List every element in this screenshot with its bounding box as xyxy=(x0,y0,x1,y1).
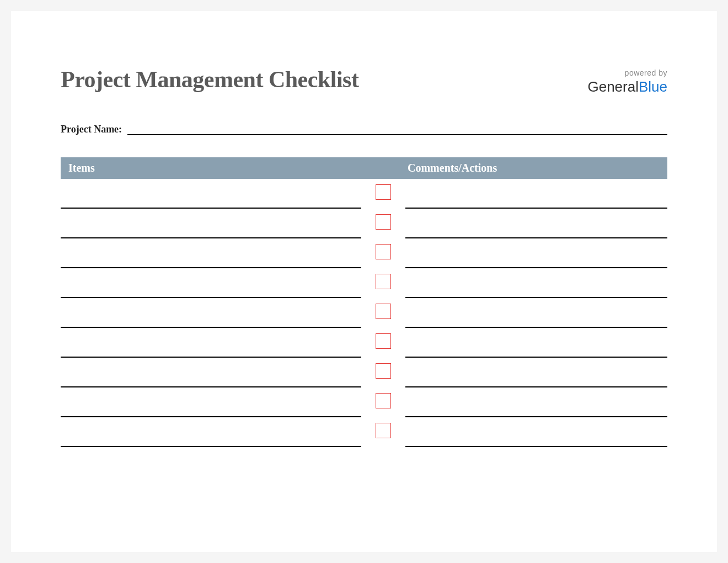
checkbox[interactable] xyxy=(376,274,391,289)
checkbox[interactable] xyxy=(376,393,391,408)
item-input-line[interactable] xyxy=(61,328,361,358)
table-row xyxy=(61,238,667,268)
checkbox[interactable] xyxy=(376,214,391,230)
rows-container xyxy=(61,179,667,447)
column-header-items: Items xyxy=(61,162,361,174)
item-input-line[interactable] xyxy=(61,238,361,268)
checkbox[interactable] xyxy=(376,363,391,379)
comment-input-line[interactable] xyxy=(405,358,667,387)
project-name-row: Project Name: xyxy=(61,123,667,135)
checkbox-cell xyxy=(361,298,405,328)
item-input-line[interactable] xyxy=(61,179,361,209)
project-name-input-line[interactable] xyxy=(127,123,667,135)
checkbox-cell xyxy=(361,268,405,298)
comment-input-line[interactable] xyxy=(405,298,667,328)
item-input-line[interactable] xyxy=(61,268,361,298)
brand-name: GeneralBlue xyxy=(587,78,667,95)
item-input-line[interactable] xyxy=(61,387,361,417)
brand-block: powered by GeneralBlue xyxy=(587,66,667,95)
comment-input-line[interactable] xyxy=(405,387,667,417)
powered-by-label: powered by xyxy=(587,68,667,77)
item-input-line[interactable] xyxy=(61,417,361,447)
comment-input-line[interactable] xyxy=(405,328,667,358)
table-row xyxy=(61,328,667,358)
table-row xyxy=(61,268,667,298)
table-row xyxy=(61,179,667,209)
table-row xyxy=(61,358,667,387)
page-title: Project Management Checklist xyxy=(61,66,358,93)
checkbox[interactable] xyxy=(376,423,391,438)
checkbox-cell xyxy=(361,238,405,268)
table-row xyxy=(61,298,667,328)
comment-input-line[interactable] xyxy=(405,179,667,209)
comment-input-line[interactable] xyxy=(405,417,667,447)
table-row xyxy=(61,387,667,417)
checkbox[interactable] xyxy=(376,184,391,200)
item-input-line[interactable] xyxy=(61,358,361,387)
comment-input-line[interactable] xyxy=(405,268,667,298)
brand-general-text: General xyxy=(587,78,639,95)
checkbox[interactable] xyxy=(376,244,391,259)
column-header-checkbox xyxy=(361,162,405,174)
table-row xyxy=(61,209,667,238)
checkbox-cell xyxy=(361,179,405,209)
table-header: Items Comments/Actions xyxy=(61,157,667,179)
checkbox[interactable] xyxy=(376,304,391,319)
document-page: Project Management Checklist powered by … xyxy=(11,11,717,552)
comment-input-line[interactable] xyxy=(405,238,667,268)
project-name-label: Project Name: xyxy=(61,124,127,135)
column-header-comments: Comments/Actions xyxy=(405,162,667,174)
table-row xyxy=(61,417,667,447)
header-row: Project Management Checklist powered by … xyxy=(61,66,667,95)
checkbox-cell xyxy=(361,358,405,387)
checkbox-cell xyxy=(361,387,405,417)
comment-input-line[interactable] xyxy=(405,209,667,238)
checkbox-cell xyxy=(361,417,405,447)
checkbox-cell xyxy=(361,209,405,238)
item-input-line[interactable] xyxy=(61,298,361,328)
brand-blue-text: Blue xyxy=(639,78,667,95)
checkbox[interactable] xyxy=(376,333,391,349)
checkbox-cell xyxy=(361,328,405,358)
item-input-line[interactable] xyxy=(61,209,361,238)
